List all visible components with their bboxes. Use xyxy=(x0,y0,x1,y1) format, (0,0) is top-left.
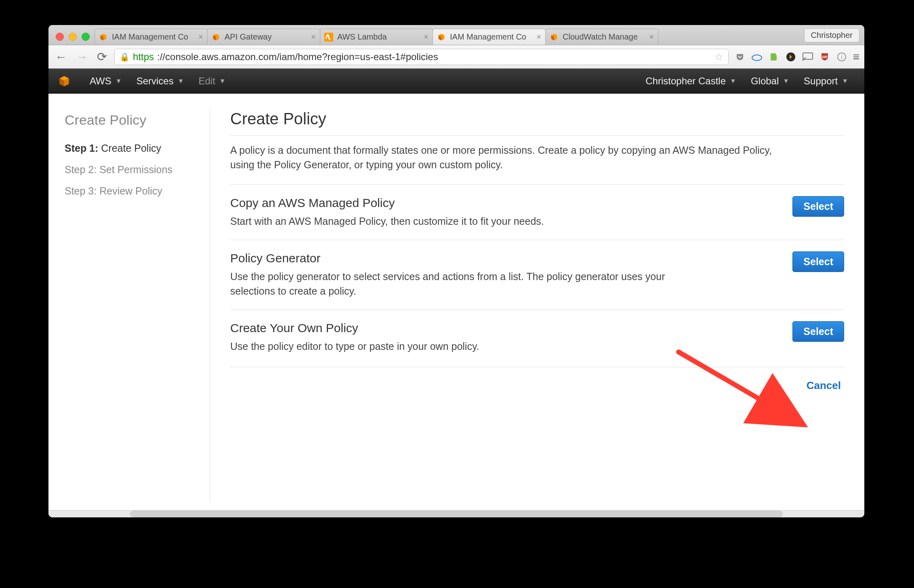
services-label: Services xyxy=(137,75,174,87)
url-toolbar: ← → ⟳ 🔒 https://console.aws.amazon.com/i… xyxy=(48,45,864,69)
option-heading: Policy Generator xyxy=(230,251,695,265)
horizontal-scrollbar[interactable] xyxy=(48,510,864,517)
tab-close-icon[interactable]: × xyxy=(649,32,654,42)
forward-button[interactable]: → xyxy=(74,50,90,64)
tab-title: CloudWatch Manage xyxy=(563,32,645,42)
svg-text:uo: uo xyxy=(822,54,828,59)
chevron-down-icon: ▼ xyxy=(116,77,122,85)
browser-tab-4[interactable]: CloudWatch Manage × xyxy=(545,29,658,45)
tab-close-icon[interactable]: × xyxy=(198,32,203,42)
tab-close-icon[interactable]: × xyxy=(536,32,541,42)
aws-support-menu[interactable]: Support ▼ xyxy=(796,75,855,87)
aws-console-header: AWS ▼ Services ▼ Edit ▼ Christopher Cast… xyxy=(48,69,864,94)
user-label: Christopher Castle xyxy=(645,75,726,87)
aws-logo-icon[interactable] xyxy=(57,74,71,88)
aws-menu-services[interactable]: Services ▼ xyxy=(129,75,191,87)
support-label: Support xyxy=(804,75,838,87)
minimize-window-button[interactable] xyxy=(69,33,77,41)
aws-brand-label: AWS xyxy=(90,75,111,87)
url-scheme: https xyxy=(133,51,154,63)
option-copy-managed: Copy an AWS Managed Policy Start with an… xyxy=(230,184,844,240)
chevron-down-icon: ▼ xyxy=(842,77,848,85)
pocket-extension-icon[interactable] xyxy=(734,51,746,63)
browser-window: IAM Management Co × API Gateway × AWS La… xyxy=(48,25,864,517)
cancel-link[interactable]: Cancel xyxy=(807,379,841,392)
aws-region-menu[interactable]: Global ▼ xyxy=(744,75,796,87)
browser-tab-3-active[interactable]: IAM Management Co × xyxy=(433,29,546,45)
tab-title: IAM Management Co xyxy=(112,32,194,42)
select-button-copy[interactable]: Select xyxy=(792,196,844,217)
browser-menu-icon[interactable]: ≡ xyxy=(853,50,859,63)
tab-close-icon[interactable]: × xyxy=(424,32,429,42)
browser-profile-button[interactable]: Christopher xyxy=(804,28,859,42)
tab-title: IAM Management Co xyxy=(450,32,532,42)
wizard-step-1[interactable]: Step 1: Create Policy xyxy=(65,142,202,154)
wizard-sidebar: Create Policy Step 1: Create Policy Step… xyxy=(61,110,210,502)
sidebar-title: Create Policy xyxy=(65,112,202,128)
maximize-window-button[interactable] xyxy=(82,33,90,41)
tab-strip: IAM Management Co × API Gateway × AWS La… xyxy=(48,25,864,45)
step-name: Create Policy xyxy=(101,142,161,154)
info-extension-icon[interactable]: i xyxy=(836,51,847,63)
page-content: Create Policy Step 1: Create Policy Step… xyxy=(48,94,864,510)
step-label: Step 1: xyxy=(65,142,98,154)
step-name: Review Policy xyxy=(99,185,162,197)
bookmark-star-icon[interactable]: ☆ xyxy=(714,51,723,63)
chevron-down-icon: ▼ xyxy=(178,77,184,85)
browser-tab-2[interactable]: AWS Lambda × xyxy=(320,29,433,45)
lambda-favicon-icon xyxy=(324,33,333,42)
onedrive-extension-icon[interactable] xyxy=(751,51,763,63)
aws-favicon-icon xyxy=(550,33,559,42)
step-label: Step 2: xyxy=(65,164,97,175)
aws-favicon-icon xyxy=(99,33,108,42)
select-button-generator[interactable]: Select xyxy=(792,251,844,272)
tab-close-icon[interactable]: × xyxy=(311,32,316,42)
aws-favicon-icon xyxy=(437,33,446,42)
browser-tab-0[interactable]: IAM Management Co × xyxy=(95,29,208,45)
evernote-extension-icon[interactable] xyxy=(768,51,780,63)
aws-favicon-icon xyxy=(212,33,221,42)
url-text: ://console.aws.amazon.com/iam/home?regio… xyxy=(157,51,438,63)
svg-text:i: i xyxy=(841,54,842,60)
chevron-down-icon: ▼ xyxy=(219,77,226,85)
action-row: Cancel xyxy=(230,367,844,396)
option-desc: Use the policy editor to type or paste i… xyxy=(230,339,479,354)
tab-title: AWS Lambda xyxy=(337,32,420,42)
lock-icon: 🔒 xyxy=(120,52,130,62)
step-name: Set Permissions xyxy=(99,164,172,175)
wizard-step-3[interactable]: Step 3: Review Policy xyxy=(65,185,202,197)
aws-menu-aws[interactable]: AWS ▼ xyxy=(82,75,129,87)
option-heading: Create Your Own Policy xyxy=(230,321,479,335)
page-title: Create Policy xyxy=(230,110,844,128)
chevron-down-icon: ▼ xyxy=(783,77,789,85)
divider xyxy=(230,135,844,136)
plex-extension-icon[interactable] xyxy=(785,51,796,63)
option-create-own: Create Your Own Policy Use the policy ed… xyxy=(230,310,844,365)
edit-label: Edit xyxy=(199,75,215,87)
tab-title: API Gateway xyxy=(225,32,307,42)
ublock-extension-icon[interactable]: uo xyxy=(819,51,830,63)
main-panel: Create Policy A policy is a document tha… xyxy=(210,110,844,502)
aws-menu-edit[interactable]: Edit ▼ xyxy=(191,75,233,87)
browser-tab-1[interactable]: API Gateway × xyxy=(207,29,320,45)
step-label: Step 3: xyxy=(65,185,97,197)
reload-button[interactable]: ⟳ xyxy=(95,50,109,64)
select-button-own[interactable]: Select xyxy=(792,321,844,342)
option-desc: Use the policy generator to select servi… xyxy=(230,269,695,299)
window-controls xyxy=(52,33,95,45)
chevron-down-icon: ▼ xyxy=(730,77,736,85)
region-label: Global xyxy=(751,75,779,87)
option-heading: Copy an AWS Managed Policy xyxy=(230,196,544,210)
wizard-step-2[interactable]: Step 2: Set Permissions xyxy=(65,164,202,176)
cast-extension-icon[interactable] xyxy=(802,51,813,63)
address-bar[interactable]: 🔒 https://console.aws.amazon.com/iam/hom… xyxy=(114,49,729,65)
option-policy-generator: Policy Generator Use the policy generato… xyxy=(230,240,844,310)
intro-text: A policy is a document that formally sta… xyxy=(230,143,775,172)
back-button[interactable]: ← xyxy=(53,50,69,64)
svg-point-9 xyxy=(752,55,762,61)
option-desc: Start with an AWS Managed Policy, then c… xyxy=(230,214,544,228)
aws-user-menu[interactable]: Christopher Castle ▼ xyxy=(638,75,744,87)
close-window-button[interactable] xyxy=(56,33,64,41)
